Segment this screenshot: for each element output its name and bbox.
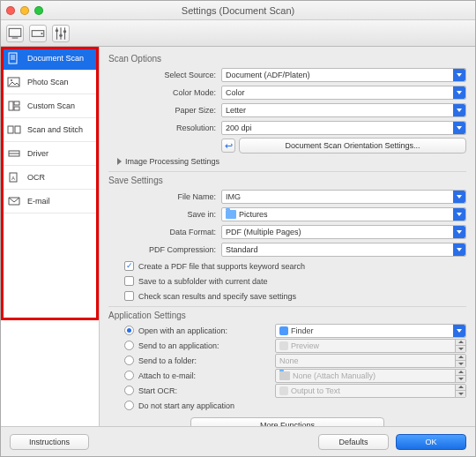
svg-rect-18: [14, 107, 19, 110]
radio-icon: [124, 386, 134, 395]
scan-options-heading: Scan Options: [108, 54, 466, 64]
check-results-checkbox-row[interactable]: Check scan results and specify save sett…: [124, 289, 466, 303]
chevron-down-icon: [453, 208, 465, 221]
radio-icon: [124, 356, 134, 365]
application-settings-heading: Application Settings: [108, 311, 466, 320]
pdf-compression-label: PDF Compression:: [108, 245, 221, 254]
chevron-down-icon: [453, 191, 465, 203]
stepper-icon: [455, 385, 465, 397]
color-mode-label: Color Mode:: [108, 88, 221, 97]
sidebar-item-label: Document Scan: [27, 54, 84, 63]
radio-icon: [124, 401, 134, 410]
save-in-label: Save in:: [108, 210, 221, 219]
toolbar-scan-from-panel-icon[interactable]: [29, 25, 47, 42]
orientation-settings-button[interactable]: Document Scan Orientation Settings...: [239, 138, 466, 154]
zoom-icon[interactable]: [34, 6, 43, 15]
svg-point-8: [59, 34, 62, 36]
resolution-label: Resolution:: [108, 124, 221, 132]
sidebar-item-label: Driver: [27, 149, 48, 158]
sidebar-item-email[interactable]: E-mail: [1, 190, 99, 214]
chevron-down-icon: [453, 69, 465, 81]
chevron-down-icon: [453, 325, 465, 337]
save-in-dropdown[interactable]: Pictures: [221, 207, 466, 221]
keyword-search-checkbox-row[interactable]: Create a PDF file that supports keyword …: [124, 259, 466, 273]
file-name-input[interactable]: IMG: [221, 190, 466, 204]
defaults-button[interactable]: Defaults: [318, 434, 389, 450]
svg-rect-10: [9, 53, 17, 64]
sidebar-item-ocr[interactable]: A OCR: [1, 166, 99, 190]
pdf-compression-dropdown[interactable]: Standard: [221, 243, 466, 257]
paper-size-dropdown[interactable]: Letter: [221, 103, 466, 117]
radio-icon: [124, 326, 134, 335]
toolbar-preferences-icon[interactable]: [52, 25, 70, 42]
start-ocr-dropdown[interactable]: Output to Text: [275, 384, 466, 398]
select-source-label: Select Source:: [108, 71, 221, 79]
chevron-down-icon: [453, 104, 465, 116]
toolbar-scan-from-computer-icon[interactable]: [6, 25, 24, 42]
send-to-app-dropdown[interactable]: Preview: [275, 339, 466, 353]
sidebar-item-label: E-mail: [27, 197, 50, 206]
divider: [108, 171, 466, 172]
radio-icon: [124, 341, 134, 350]
data-format-dropdown[interactable]: PDF (Multiple Pages): [221, 225, 466, 239]
checkbox-icon: [124, 261, 134, 271]
footer: Instructions Defaults OK: [1, 426, 475, 456]
chevron-down-icon: [453, 86, 465, 99]
color-mode-dropdown[interactable]: Color: [221, 86, 466, 100]
svg-rect-20: [15, 126, 20, 133]
image-processing-disclosure[interactable]: Image Processing Settings: [117, 157, 466, 166]
close-icon[interactable]: [6, 6, 15, 15]
divider: [108, 306, 466, 307]
select-source-dropdown[interactable]: Document (ADF/Platen): [221, 68, 466, 82]
toolbar: [1, 20, 475, 47]
stitch-icon: [6, 124, 22, 136]
do-not-start-radio[interactable]: Do not start any application: [124, 399, 466, 412]
disclosure-triangle-icon: [117, 158, 122, 165]
minimize-icon[interactable]: [20, 6, 29, 15]
text-icon: [279, 386, 288, 395]
data-format-label: Data Format:: [108, 228, 221, 236]
sidebar-item-document-scan[interactable]: Document Scan: [1, 47, 99, 71]
svg-point-9: [63, 30, 66, 33]
open-with-application-radio[interactable]: Open with an application: Finder: [124, 324, 466, 337]
svg-rect-19: [8, 126, 13, 133]
file-name-label: File Name:: [108, 192, 221, 201]
send-to-folder-dropdown[interactable]: None: [275, 354, 466, 368]
sidebar-item-label: Photo Scan: [27, 78, 69, 86]
main-panel: Scan Options Select Source: Document (AD…: [100, 47, 475, 426]
sidebar: Document Scan Photo Scan Custom Scan Sca…: [1, 47, 100, 426]
sidebar-item-label: OCR: [27, 173, 45, 182]
instructions-button[interactable]: Instructions: [10, 434, 89, 450]
svg-rect-0: [9, 28, 21, 36]
paper-size-label: Paper Size:: [108, 106, 221, 115]
svg-text:A: A: [11, 176, 15, 181]
checkbox-icon: [124, 276, 134, 286]
ok-button[interactable]: OK: [396, 434, 466, 450]
svg-point-7: [56, 28, 58, 31]
window-controls: [6, 6, 43, 15]
preview-icon: [279, 341, 288, 350]
ocr-icon: A: [6, 171, 22, 184]
subfolder-checkbox-row[interactable]: Save to a subfolder with current date: [124, 274, 466, 288]
custom-icon: [6, 100, 22, 112]
reset-default-icon[interactable]: ↩: [221, 139, 235, 153]
more-functions-button[interactable]: More Functions: [190, 417, 384, 426]
sidebar-item-driver[interactable]: Driver: [1, 142, 99, 166]
sidebar-item-custom-scan[interactable]: Custom Scan: [1, 94, 99, 118]
sidebar-item-label: Scan and Stitch: [27, 125, 83, 134]
photo-icon: [6, 76, 22, 88]
open-with-dropdown[interactable]: Finder: [275, 324, 466, 338]
send-to-application-radio[interactable]: Send to an application: Preview: [124, 339, 466, 352]
svg-point-3: [41, 32, 42, 34]
resolution-dropdown[interactable]: 200 dpi: [221, 121, 466, 135]
sidebar-item-photo-scan[interactable]: Photo Scan: [1, 71, 99, 94]
send-to-folder-radio[interactable]: Send to a folder: None: [124, 354, 466, 367]
attach-email-dropdown[interactable]: None (Attach Manually): [275, 369, 466, 383]
attach-to-email-radio[interactable]: Attach to e-mail: None (Attach Manually): [124, 369, 466, 382]
chevron-down-icon: [453, 122, 465, 134]
sidebar-item-scan-and-stitch[interactable]: Scan and Stitch: [1, 118, 99, 142]
folder-icon: [279, 371, 290, 380]
svg-rect-1: [12, 37, 19, 38]
start-ocr-radio[interactable]: Start OCR: Output to Text: [124, 384, 466, 397]
svg-rect-17: [14, 101, 19, 105]
